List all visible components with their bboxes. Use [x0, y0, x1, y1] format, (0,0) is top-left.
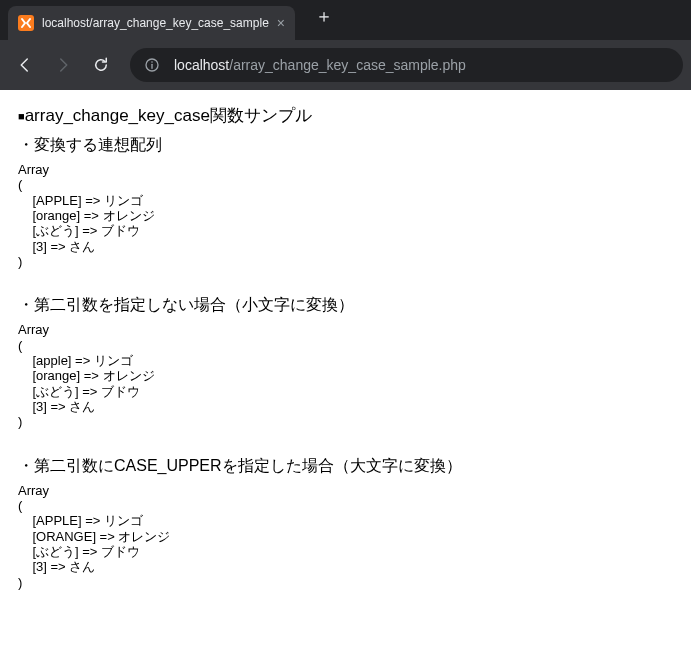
- page-content: ■array_change_key_case関数サンプル ・変換する連想配列 A…: [0, 90, 691, 630]
- address-bar[interactable]: localhost/array_change_key_case_sample.p…: [130, 48, 683, 82]
- array-output: Array ( [APPLE] => リンゴ [orange] => オレンジ …: [18, 162, 673, 269]
- new-tab-button[interactable]: ＋: [307, 0, 341, 32]
- reload-button[interactable]: [84, 48, 118, 82]
- array-output: Array ( [APPLE] => リンゴ [ORANGE] => オレンジ …: [18, 483, 673, 590]
- close-tab-button[interactable]: ×: [277, 16, 285, 30]
- svg-point-3: [151, 61, 153, 63]
- section-1: ・変換する連想配列 Array ( [APPLE] => リンゴ [orange…: [18, 135, 673, 269]
- section-2: ・第二引数を指定しない場合（小文字に変換） Array ( [apple] =>…: [18, 295, 673, 429]
- section-3: ・第二引数にCASE_UPPERを指定した場合（大文字に変換） Array ( …: [18, 456, 673, 590]
- section-label: ・第二引数を指定しない場合（小文字に変換）: [18, 295, 673, 316]
- forward-button: [46, 48, 80, 82]
- xampp-favicon-icon: [18, 15, 34, 31]
- tab-title: localhost/array_change_key_case_sample: [42, 16, 269, 30]
- page-title: ■array_change_key_case関数サンプル: [18, 104, 673, 127]
- toolbar: localhost/array_change_key_case_sample.p…: [0, 40, 691, 90]
- array-output: Array ( [apple] => リンゴ [orange] => オレンジ …: [18, 322, 673, 429]
- browser-chrome: localhost/array_change_key_case_sample ×…: [0, 0, 691, 90]
- url-host: localhost: [174, 57, 229, 73]
- url-path: /array_change_key_case_sample.php: [229, 57, 466, 73]
- back-button[interactable]: [8, 48, 42, 82]
- section-label: ・変換する連想配列: [18, 135, 673, 156]
- section-label: ・第二引数にCASE_UPPERを指定した場合（大文字に変換）: [18, 456, 673, 477]
- url-text: localhost/array_change_key_case_sample.p…: [174, 57, 466, 73]
- tab-bar: localhost/array_change_key_case_sample ×…: [0, 0, 691, 40]
- browser-tab[interactable]: localhost/array_change_key_case_sample ×: [8, 6, 295, 40]
- site-info-icon[interactable]: [144, 57, 160, 73]
